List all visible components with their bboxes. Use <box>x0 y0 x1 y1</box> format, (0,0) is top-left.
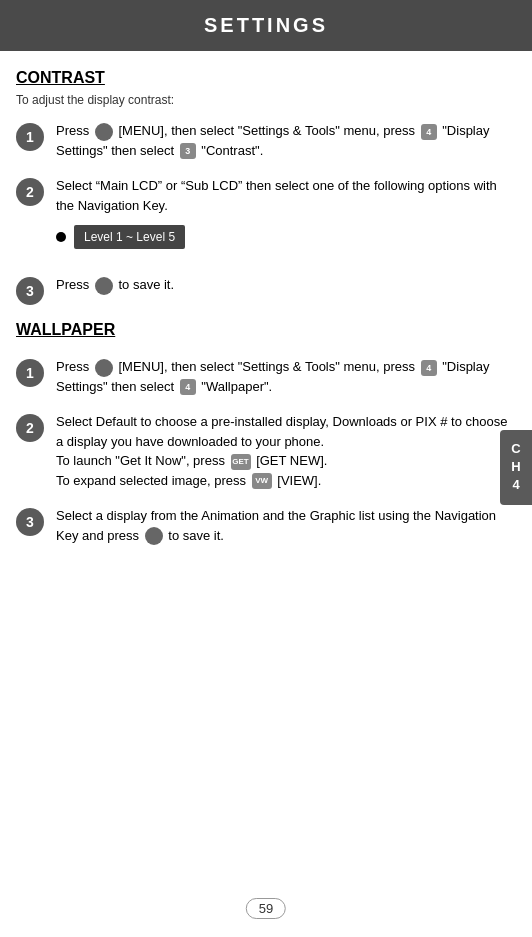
get-icon: GET <box>231 454 251 470</box>
wallpaper-step-num-1: 1 <box>16 359 44 387</box>
chapter-label-num: 4 <box>512 477 519 492</box>
step-number-3: 3 <box>16 277 44 305</box>
contrast-title: CONTRAST <box>16 69 105 87</box>
contrast-step-3: 3 Press to save it. <box>16 275 516 305</box>
wallpaper-step-1: 1 Press [MENU], then select "Settings & … <box>16 357 516 396</box>
chapter-label-h: H <box>511 459 520 474</box>
wallpaper-step-num-2: 2 <box>16 414 44 442</box>
wallpaper-step-num-3: 3 <box>16 508 44 536</box>
wallpaper-step-2: 2 Select Default to choose a pre-install… <box>16 412 516 490</box>
page-header: SETTINGS <box>0 0 532 51</box>
display-icon-1: 4 <box>421 124 437 140</box>
wallpaper-step-3-content: Select a display from the Animation and … <box>56 506 516 545</box>
ok-icon-w3 <box>145 527 163 545</box>
wallpaper-section: WALLPAPER 1 Press [MENU], then select "S… <box>16 321 516 545</box>
wallpaper-step-3: 3 Select a display from the Animation an… <box>16 506 516 545</box>
contrast-section: CONTRAST To adjust the display contrast:… <box>16 69 516 305</box>
ok-icon-w1 <box>95 359 113 377</box>
view-icon: VW <box>252 473 272 489</box>
step-number-2: 2 <box>16 178 44 206</box>
page-number: 59 <box>259 901 273 916</box>
chapter-label-c: C <box>511 441 520 456</box>
bullet-dot <box>56 232 66 242</box>
contrast-step-2: 2 Select “Main LCD” or “Sub LCD” then se… <box>16 176 516 259</box>
step-3-content: Press to save it. <box>56 275 516 295</box>
chapter-tab: C H 4 <box>500 430 532 505</box>
contrast-num-icon: 3 <box>180 143 196 159</box>
step-number-1: 1 <box>16 123 44 151</box>
content-area: CONTRAST To adjust the display contrast:… <box>0 69 532 621</box>
wallpaper-step-2-content: Select Default to choose a pre-installed… <box>56 412 516 490</box>
ok-icon-1 <box>95 123 113 141</box>
contrast-step-1: 1 Press [MENU], then select "Settings & … <box>16 121 516 160</box>
display-icon-w1: 4 <box>421 360 437 376</box>
option-pill: Level 1 ~ Level 5 <box>74 225 185 249</box>
header-title: SETTINGS <box>204 14 328 36</box>
wallpaper-step-1-content: Press [MENU], then select "Settings & To… <box>56 357 516 396</box>
step-1-content: Press [MENU], then select "Settings & To… <box>56 121 516 160</box>
wallpaper-title: WALLPAPER <box>16 321 115 339</box>
options-box: Level 1 ~ Level 5 <box>56 225 516 249</box>
contrast-subtitle: To adjust the display contrast: <box>16 93 516 107</box>
ok-icon-save <box>95 277 113 295</box>
page-footer: 59 <box>246 898 286 919</box>
step-2-content: Select “Main LCD” or “Sub LCD” then sele… <box>56 176 516 259</box>
wallpaper-num-icon: 4 <box>180 379 196 395</box>
